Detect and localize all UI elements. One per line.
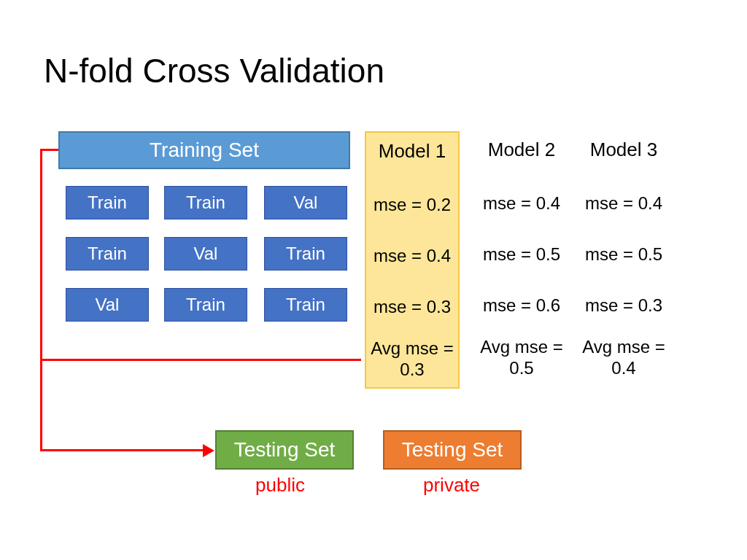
model-column-3: Model 3 mse = 0.4 mse = 0.5 mse = 0.3 Av…: [576, 131, 671, 168]
mse-value: mse = 0.4: [366, 246, 458, 267]
mse-value: mse = 0.2: [366, 195, 458, 216]
model-label: Model 3: [576, 139, 671, 161]
arrow-segment: [40, 359, 361, 361]
fold-cell: Train: [264, 288, 347, 322]
mse-value: mse = 0.3: [576, 295, 671, 316]
arrow-segment: [40, 449, 204, 451]
avg-mse: Avg mse = 0.3: [366, 338, 458, 381]
mse-value: mse = 0.3: [366, 297, 458, 318]
caption-public: public: [255, 474, 305, 497]
testing-set-public: Testing Set: [215, 430, 354, 470]
fold-cell: Val: [66, 288, 149, 322]
fold-cell: Train: [66, 237, 149, 271]
mse-value: mse = 0.5: [576, 244, 671, 265]
caption-private: private: [423, 474, 480, 497]
model-column-1: Model 1 mse = 0.2 mse = 0.4 mse = 0.3 Av…: [365, 131, 460, 389]
model-label: Model 2: [474, 139, 569, 161]
fold-cell: Train: [264, 237, 347, 271]
avg-mse: Avg mse = 0.5: [474, 337, 569, 379]
arrow-segment: [40, 149, 42, 451]
fold-cell: Val: [264, 186, 347, 219]
mse-value: mse = 0.4: [576, 193, 671, 214]
model-label: Model 1: [366, 140, 458, 163]
training-set-box: Training Set: [58, 131, 350, 169]
testing-set-private: Testing Set: [383, 430, 522, 470]
fold-cell: Train: [164, 186, 247, 219]
model-column-2: Model 2 mse = 0.4 mse = 0.5 mse = 0.6 Av…: [474, 131, 569, 168]
avg-mse: Avg mse = 0.4: [576, 337, 671, 379]
fold-cell: Train: [66, 186, 149, 219]
arrow-head-icon: [203, 444, 214, 457]
mse-value: mse = 0.6: [474, 295, 569, 316]
mse-value: mse = 0.4: [474, 193, 569, 214]
page-title: N-fold Cross Validation: [44, 51, 384, 90]
mse-value: mse = 0.5: [474, 244, 569, 265]
fold-cell: Train: [164, 288, 247, 322]
arrow-segment: [40, 149, 58, 151]
fold-cell: Val: [164, 237, 247, 271]
